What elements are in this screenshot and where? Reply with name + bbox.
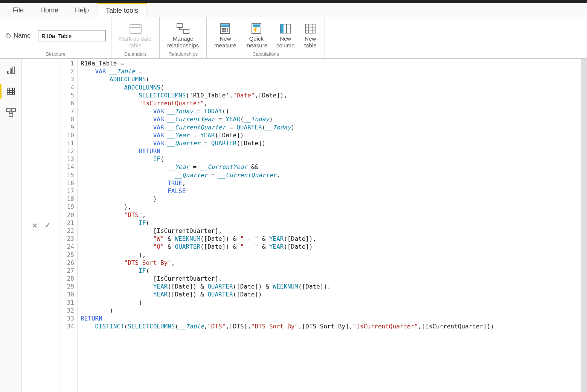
code-line[interactable]: YEAR([Date]) & QUARTER([Date]) xyxy=(81,290,494,298)
ribbon: Name Structure Mark as date table Calend… xyxy=(0,17,587,59)
manage-relationships-button[interactable]: Manage relationships xyxy=(165,22,201,50)
code-line[interactable]: IF( xyxy=(81,219,494,227)
formula-confirm-button[interactable]: ✓ xyxy=(43,220,53,231)
code-line[interactable]: ADDCOLUMNS( xyxy=(81,84,494,91)
rail-model-view[interactable] xyxy=(0,105,21,120)
check-icon: ✓ xyxy=(45,221,50,229)
code-line[interactable]: VAR __CurrentYear = YEAR(__Today) xyxy=(81,115,494,123)
code-line[interactable]: ) xyxy=(81,195,494,203)
svg-rect-36 xyxy=(9,114,13,117)
main-area: ✕ ✓ 123456789101112131415161718192021222… xyxy=(0,59,587,392)
code-line[interactable]: VAR __Today = TODAY() xyxy=(81,107,494,115)
code-line[interactable]: "W" & WEEKNUM([Date]) & " - " & YEAR([Da… xyxy=(81,235,494,243)
code-line[interactable]: R10a_Table = xyxy=(81,59,494,67)
line-number: 24 xyxy=(63,243,74,251)
mark-as-date-table-button[interactable]: Mark as date table xyxy=(117,22,154,50)
code-line[interactable]: IF( xyxy=(81,267,494,275)
line-number: 13 xyxy=(63,155,74,163)
svg-rect-6 xyxy=(184,30,189,33)
code-line[interactable]: ) xyxy=(81,299,494,307)
data-view-icon xyxy=(6,87,15,96)
code-line[interactable]: TRUE, xyxy=(81,179,494,187)
rail-report-view[interactable] xyxy=(0,63,21,77)
manage-relationships-label: Manage relationships xyxy=(167,35,199,49)
code-line[interactable]: VAR __Quarter = QUARTER([Date]) xyxy=(81,139,494,147)
right-panel-collapsed[interactable] xyxy=(581,59,587,392)
code-line[interactable]: ) xyxy=(81,307,494,315)
new-column-icon xyxy=(280,23,291,34)
calendar-date-icon xyxy=(129,23,142,34)
line-number: 5 xyxy=(63,91,74,99)
line-number: 2 xyxy=(63,67,74,75)
code-line[interactable]: ADDCOLUMNS( xyxy=(81,75,494,83)
code-line[interactable]: VAR __CurrentQuarter = QUARTER(__Today) xyxy=(81,123,494,131)
quick-measure-button[interactable]: Quick measure xyxy=(243,22,270,50)
formula-cancel-button[interactable]: ✕ xyxy=(30,220,40,231)
line-number: 12 xyxy=(63,147,74,155)
code-line[interactable]: YEAR([Date]) & QUARTER([Date]) & WEEKNUM… xyxy=(81,283,494,290)
line-number: 29 xyxy=(63,283,74,290)
tag-icon xyxy=(5,32,12,39)
code-line[interactable]: __Quarter = __CurrentQuarter, xyxy=(81,171,494,179)
new-table-label: New table xyxy=(304,35,317,49)
code-line[interactable]: [IsCurrentQuarter], xyxy=(81,227,494,235)
quick-measure-label: Quick measure xyxy=(245,35,267,49)
ribbon-group-structure: Name Structure xyxy=(0,17,111,58)
code-line[interactable]: IF( xyxy=(81,155,494,163)
code-line[interactable]: SELECTCOLUMNS('R10_Table',"Date",[Date])… xyxy=(81,91,494,99)
line-number: 17 xyxy=(63,187,74,195)
tab-file[interactable]: File xyxy=(5,3,32,17)
svg-rect-12 xyxy=(222,30,224,32)
code-content[interactable]: R10a_Table = VAR __Table = ADDCOLUMNS( A… xyxy=(78,59,497,392)
formula-editor[interactable]: ✕ ✓ 123456789101112131415161718192021222… xyxy=(22,59,581,392)
new-table-icon xyxy=(305,23,316,34)
code-line[interactable]: "DTS Sort By", xyxy=(81,259,494,267)
code-line[interactable]: ), xyxy=(81,251,494,259)
code-line[interactable]: VAR __Year = YEAR([Date]) xyxy=(81,131,494,139)
tab-table-tools[interactable]: Table tools xyxy=(97,3,147,17)
line-number-gutter: 1234567891011121314151617181920212223242… xyxy=(61,59,78,392)
code-line[interactable]: ), xyxy=(81,203,494,211)
svg-rect-11 xyxy=(227,28,228,30)
code-line[interactable]: RETURN xyxy=(81,147,494,155)
group-label-structure: Structure xyxy=(5,51,106,58)
table-name-input[interactable] xyxy=(38,30,106,41)
code-line[interactable]: DISTINCT(SELECTCOLUMNS(__Table,"DTS",[DT… xyxy=(81,322,494,330)
line-number: 15 xyxy=(63,171,74,179)
name-label: Name xyxy=(5,32,30,40)
svg-point-0 xyxy=(7,34,8,35)
ribbon-group-calendars: Mark as date table Calendars xyxy=(111,17,160,58)
line-number: 16 xyxy=(63,179,74,187)
code-line[interactable]: VAR __Table = xyxy=(81,67,494,75)
tab-home[interactable]: Home xyxy=(32,3,67,17)
svg-rect-19 xyxy=(281,24,284,33)
svg-rect-16 xyxy=(253,24,260,27)
code-line[interactable]: "Q" & QUARTER([Date]) & " - " & YEAR([Da… xyxy=(81,243,494,251)
line-number: 19 xyxy=(63,203,74,211)
line-number: 28 xyxy=(63,275,74,283)
svg-rect-1 xyxy=(130,24,141,33)
new-measure-button[interactable]: New measure xyxy=(212,22,238,50)
group-label-calendars: Calendars xyxy=(117,51,154,58)
svg-rect-26 xyxy=(8,71,9,74)
line-number: 32 xyxy=(63,307,74,315)
code-line[interactable]: RETURN xyxy=(81,315,494,322)
line-number: 31 xyxy=(63,299,74,307)
tab-help[interactable]: Help xyxy=(67,3,97,17)
ribbon-group-relationships: Manage relationships Relationships xyxy=(160,17,207,58)
code-line[interactable]: [IsCurrentQuarter], xyxy=(81,275,494,283)
code-line[interactable]: "DTS", xyxy=(81,211,494,219)
new-column-button[interactable]: New column xyxy=(274,22,297,50)
line-number: 30 xyxy=(63,290,74,298)
line-number: 6 xyxy=(63,99,74,107)
line-number: 11 xyxy=(63,139,74,147)
new-table-button[interactable]: New table xyxy=(301,22,319,50)
rail-data-view[interactable] xyxy=(0,84,21,99)
svg-rect-5 xyxy=(177,24,182,27)
code-line[interactable]: __Year = __CurrentYear && xyxy=(81,163,494,171)
svg-rect-14 xyxy=(227,30,228,32)
new-column-label: New column xyxy=(276,35,294,49)
code-line[interactable]: "IsCurrentQuarter", xyxy=(81,99,494,107)
measure-icon xyxy=(220,23,230,34)
code-line[interactable]: FALSE xyxy=(81,187,494,195)
